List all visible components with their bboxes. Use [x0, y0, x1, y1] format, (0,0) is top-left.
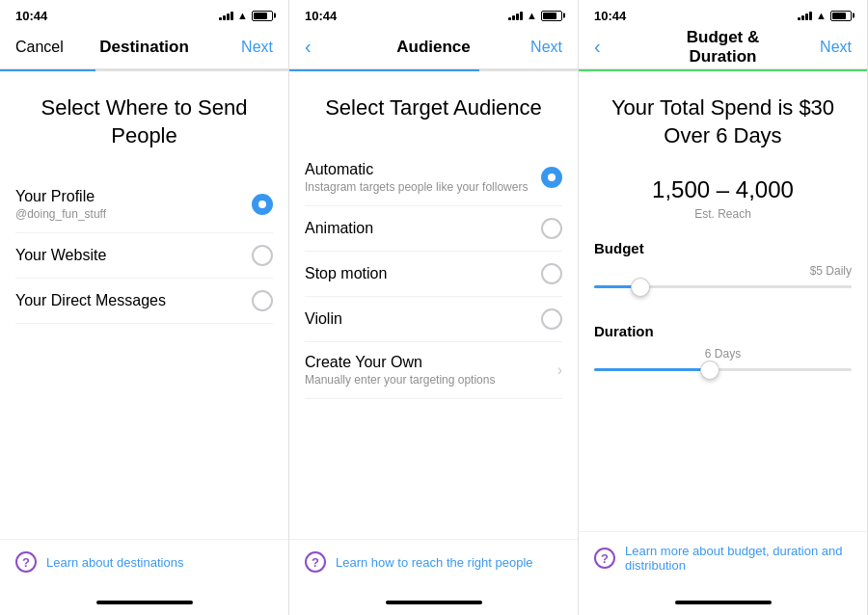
- option-label-profile: Your Profile: [15, 188, 252, 205]
- budget-section: Budget $5 Daily: [594, 240, 852, 308]
- option-stop-motion[interactable]: Stop motion: [305, 252, 562, 297]
- time-2: 10:44: [305, 9, 337, 23]
- radio-website[interactable]: [252, 245, 273, 266]
- section-title-2: Select Target Audience: [305, 94, 562, 122]
- radio-profile[interactable]: [252, 194, 273, 215]
- nav-bar-1: Cancel Destination Next: [0, 27, 288, 69]
- option-your-website[interactable]: Your Website: [15, 233, 273, 279]
- help-icon-1[interactable]: ?: [15, 551, 37, 573]
- option-label-animation: Animation: [305, 220, 541, 237]
- status-icons-2: ▲: [508, 10, 562, 21]
- duration-slider-track: [594, 368, 852, 371]
- option-label-stop-motion: Stop motion: [305, 265, 541, 282]
- audience-panel: 10:44 ▲ ‹ Audience Next Select Target Au…: [289, 0, 579, 615]
- home-bar-2: [386, 601, 482, 604]
- option-sublabel-create-own: Manually enter your targeting options: [305, 373, 557, 387]
- wifi-icon-1: ▲: [237, 10, 248, 21]
- section-title-3: Your Total Spend is $30 Over 6 Days: [594, 94, 852, 149]
- battery-icon-2: [541, 11, 562, 21]
- radio-stop-motion[interactable]: [541, 263, 562, 284]
- help-text-1[interactable]: Learn about destinations: [46, 555, 183, 570]
- help-icon-3[interactable]: ?: [594, 548, 615, 569]
- option-label-website: Your Website: [15, 247, 252, 264]
- nav-bar-2: ‹ Audience Next: [289, 27, 578, 69]
- reach-label: Est. Reach: [594, 207, 852, 221]
- panel-footer-1: ? Learn about destinations: [0, 539, 288, 596]
- cancel-button[interactable]: Cancel: [15, 39, 73, 56]
- back-button-3[interactable]: ‹: [594, 36, 652, 58]
- option-your-profile[interactable]: Your Profile @doing_fun_stuff: [15, 176, 273, 233]
- status-bar-3: 10:44 ▲: [579, 0, 867, 27]
- option-label-violin: Violin: [305, 310, 541, 328]
- nav-bar-3: ‹ Budget & Duration Next: [579, 27, 867, 69]
- progress-fill-3: [579, 69, 867, 71]
- help-icon-2[interactable]: ?: [305, 551, 326, 573]
- status-bar-1: 10:44 ▲: [0, 0, 288, 27]
- signal-icon-3: [798, 11, 812, 20]
- next-button-3[interactable]: Next: [794, 39, 852, 56]
- battery-icon-3: [830, 11, 852, 21]
- progress-bar-2: [289, 69, 578, 71]
- radio-violin[interactable]: [541, 308, 562, 330]
- help-text-2[interactable]: Learn how to reach the right people: [336, 555, 533, 570]
- option-automatic[interactable]: Automatic Instagram targets people like …: [305, 149, 562, 206]
- option-create-own[interactable]: Create Your Own Manually enter your targ…: [305, 342, 562, 399]
- radio-animation[interactable]: [541, 218, 562, 239]
- wifi-icon-3: ▲: [816, 10, 827, 21]
- budget-slider-thumb[interactable]: [631, 278, 650, 297]
- option-sublabel-automatic: Instagram targets people like your follo…: [305, 180, 541, 194]
- progress-fill-2: [289, 69, 479, 71]
- home-indicator-3: [579, 596, 867, 615]
- time-1: 10:44: [15, 9, 47, 23]
- page-title-3: Budget & Duration: [652, 28, 794, 67]
- budget-label: Budget: [594, 240, 852, 256]
- page-title-2: Audience: [396, 38, 471, 57]
- option-direct-messages[interactable]: Your Direct Messages: [15, 279, 273, 324]
- status-icons-3: ▲: [798, 10, 852, 21]
- budget-daily: $5 Daily: [594, 264, 852, 278]
- status-icons-1: ▲: [219, 10, 273, 21]
- help-text-3[interactable]: Learn more about budget, duration and di…: [625, 544, 852, 573]
- budget-panel: 10:44 ▲ ‹ Budget & Duration Next Your To…: [579, 0, 868, 615]
- radio-automatic[interactable]: [541, 167, 562, 188]
- signal-icon-1: [219, 11, 233, 20]
- days-label: 6 Days: [594, 347, 852, 361]
- option-label-automatic: Automatic: [305, 161, 541, 178]
- duration-slider-thumb[interactable]: [700, 361, 719, 380]
- duration-slider-container: [594, 368, 852, 371]
- duration-label: Duration: [594, 323, 852, 339]
- progress-bar-1: [0, 69, 288, 71]
- section-title-1: Select Where to Send People: [15, 94, 273, 149]
- progress-bar-3: [579, 69, 867, 71]
- status-bar-2: 10:44 ▲: [289, 0, 578, 27]
- budget-slider-container: [594, 285, 852, 288]
- destination-panel: 10:44 ▲ Cancel Destination Next Select W…: [0, 0, 289, 615]
- chevron-right-icon: ›: [557, 361, 562, 379]
- back-button-2[interactable]: ‹: [305, 36, 363, 58]
- panel-footer-2: ? Learn how to reach the right people: [289, 539, 578, 596]
- option-label-dm: Your Direct Messages: [15, 292, 252, 309]
- home-bar-1: [96, 601, 193, 604]
- battery-icon-1: [252, 11, 273, 21]
- radio-dm[interactable]: [252, 290, 273, 311]
- panel-footer-3: ? Learn more about budget, duration and …: [579, 531, 867, 596]
- next-button-2[interactable]: Next: [504, 39, 562, 56]
- panel-content-2: Select Target Audience Automatic Instagr…: [289, 71, 578, 539]
- page-title-1: Destination: [99, 38, 189, 57]
- wifi-icon-2: ▲: [527, 10, 537, 21]
- budget-slider-track: [594, 285, 852, 288]
- next-button-1[interactable]: Next: [215, 39, 273, 56]
- reach-range: 1,500 – 4,000: [594, 176, 852, 203]
- duration-section: Duration 6 Days: [594, 323, 852, 390]
- option-label-create-own: Create Your Own: [305, 354, 557, 371]
- home-indicator-1: [0, 596, 288, 615]
- option-violin[interactable]: Violin: [305, 297, 562, 342]
- progress-fill-1: [0, 69, 95, 71]
- time-3: 10:44: [594, 9, 626, 23]
- signal-icon-2: [508, 11, 523, 20]
- option-animation[interactable]: Animation: [305, 206, 562, 252]
- reach-section: 1,500 – 4,000 Est. Reach: [594, 176, 852, 221]
- duration-slider-fill: [594, 368, 710, 371]
- panel-content-3: Your Total Spend is $30 Over 6 Days 1,50…: [579, 71, 867, 531]
- panel-content-1: Select Where to Send People Your Profile…: [0, 71, 288, 539]
